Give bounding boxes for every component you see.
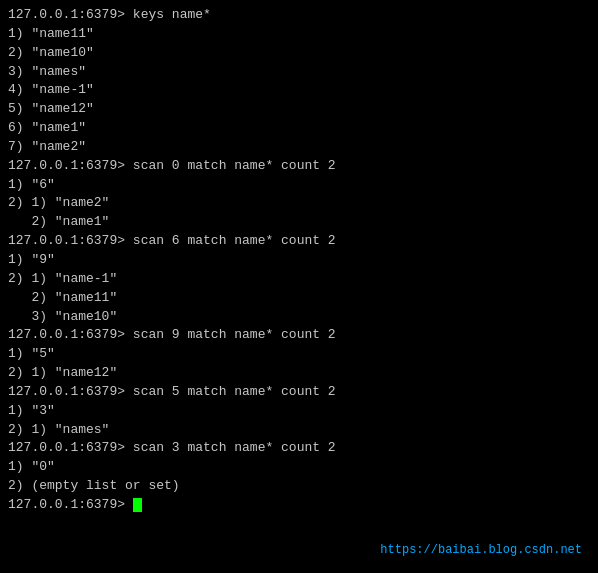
prompt: 127.0.0.1:6379> xyxy=(8,7,133,22)
terminal-line: 3) "names" xyxy=(8,63,590,82)
terminal-line: 127.0.0.1:6379> scan 6 match name* count… xyxy=(8,232,590,251)
output-line: 7) "name2" xyxy=(8,139,86,154)
output-line: 2) "name1" xyxy=(8,214,109,229)
output-line: 2) 1) "name2" xyxy=(8,195,109,210)
output-line: 1) "0" xyxy=(8,459,55,474)
output-line: 6) "name1" xyxy=(8,120,86,135)
terminal-line: 4) "name-1" xyxy=(8,81,590,100)
command: keys name* xyxy=(133,7,211,22)
terminal-line: 1) "name11" xyxy=(8,25,590,44)
output-line: 5) "name12" xyxy=(8,101,94,116)
output-line: 3) "name10" xyxy=(8,309,117,324)
terminal-line: 1) "0" xyxy=(8,458,590,477)
terminal-line: 7) "name2" xyxy=(8,138,590,157)
watermark: https://baibai.blog.csdn.net xyxy=(380,542,582,559)
command: scan 3 match name* count 2 xyxy=(133,440,336,455)
terminal-line: 2) "name1" xyxy=(8,213,590,232)
prompt: 127.0.0.1:6379> xyxy=(8,327,133,342)
prompt: 127.0.0.1:6379> xyxy=(8,233,133,248)
output-line: 2) "name11" xyxy=(8,290,117,305)
terminal-line: 127.0.0.1:6379> scan 5 match name* count… xyxy=(8,383,590,402)
output-line: 2) "name10" xyxy=(8,45,94,60)
output-line: 1) "5" xyxy=(8,346,55,361)
command: scan 9 match name* count 2 xyxy=(133,327,336,342)
command: scan 6 match name* count 2 xyxy=(133,233,336,248)
terminal-line: 2) 1) "name-1" xyxy=(8,270,590,289)
terminal-line: 2) 1) "name2" xyxy=(8,194,590,213)
output-line: 2) (empty list or set) xyxy=(8,478,180,493)
command: scan 5 match name* count 2 xyxy=(133,384,336,399)
terminal-line: 127.0.0.1:6379> scan 0 match name* count… xyxy=(8,157,590,176)
output-line: 3) "names" xyxy=(8,64,86,79)
terminal-line: 2) 1) "name12" xyxy=(8,364,590,383)
prompt: 127.0.0.1:6379> xyxy=(8,158,133,173)
terminal-line: 127.0.0.1:6379> xyxy=(8,496,590,515)
terminal-line: 5) "name12" xyxy=(8,100,590,119)
terminal-line: 2) 1) "names" xyxy=(8,421,590,440)
output-line: 1) "3" xyxy=(8,403,55,418)
output-line: 2) 1) "name-1" xyxy=(8,271,117,286)
output-line: 2) 1) "name12" xyxy=(8,365,117,380)
terminal-line: 2) (empty list or set) xyxy=(8,477,590,496)
output-line: 1) "6" xyxy=(8,177,55,192)
terminal-line: 1) "9" xyxy=(8,251,590,270)
output-line: 1) "name11" xyxy=(8,26,94,41)
terminal-line: 6) "name1" xyxy=(8,119,590,138)
cursor xyxy=(133,498,142,512)
terminal-line: 127.0.0.1:6379> scan 3 match name* count… xyxy=(8,439,590,458)
terminal-line: 2) "name10" xyxy=(8,44,590,63)
output-line: 2) 1) "names" xyxy=(8,422,109,437)
prompt: 127.0.0.1:6379> xyxy=(8,440,133,455)
terminal: 127.0.0.1:6379> keys name*1) "name11"2) … xyxy=(8,6,590,567)
terminal-line: 127.0.0.1:6379> keys name* xyxy=(8,6,590,25)
output-line: 4) "name-1" xyxy=(8,82,94,97)
terminal-line: 127.0.0.1:6379> scan 9 match name* count… xyxy=(8,326,590,345)
terminal-line: 1) "6" xyxy=(8,176,590,195)
terminal-line: 1) "3" xyxy=(8,402,590,421)
terminal-line: 2) "name11" xyxy=(8,289,590,308)
prompt: 127.0.0.1:6379> xyxy=(8,497,133,512)
output-line: 1) "9" xyxy=(8,252,55,267)
terminal-line: 1) "5" xyxy=(8,345,590,364)
terminal-line: 3) "name10" xyxy=(8,308,590,327)
command: scan 0 match name* count 2 xyxy=(133,158,336,173)
prompt: 127.0.0.1:6379> xyxy=(8,384,133,399)
